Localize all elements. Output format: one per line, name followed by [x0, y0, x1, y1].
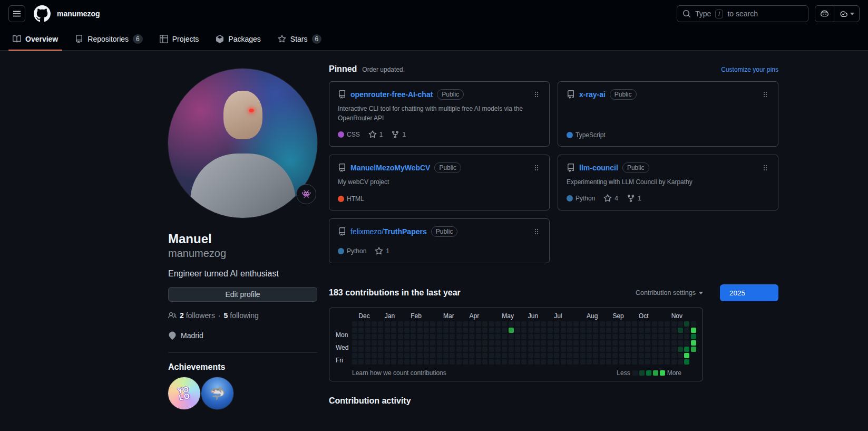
contribution-cell[interactable] — [378, 359, 383, 365]
contribution-cell[interactable] — [587, 340, 592, 346]
contribution-cell[interactable] — [417, 353, 423, 358]
contribution-cell[interactable] — [352, 340, 357, 346]
contribution-cell[interactable] — [600, 321, 605, 327]
contribution-cell[interactable] — [424, 347, 429, 352]
contribution-cell[interactable] — [391, 359, 396, 365]
contribution-cell[interactable] — [691, 347, 696, 352]
contribution-cell[interactable] — [606, 321, 611, 327]
contribution-cell[interactable] — [626, 328, 631, 333]
contribution-cell[interactable] — [495, 347, 501, 352]
contribution-cell[interactable] — [456, 334, 462, 339]
contribution-cell[interactable] — [352, 321, 357, 327]
contribution-cell[interactable] — [495, 353, 501, 358]
contribution-cell[interactable] — [573, 340, 579, 346]
contribution-cell[interactable] — [515, 340, 520, 346]
contribution-cell[interactable] — [482, 340, 487, 346]
search-input[interactable]: Type / to search — [677, 5, 808, 22]
contribution-cell[interactable] — [671, 328, 677, 333]
contribution-cell[interactable] — [684, 359, 689, 365]
contribution-cell[interactable] — [567, 347, 572, 352]
contribution-cell[interactable] — [502, 347, 507, 352]
contribution-cell[interactable] — [658, 334, 664, 339]
contribution-cell[interactable] — [639, 347, 644, 352]
repo-link[interactable]: llm-council — [579, 164, 618, 172]
contribution-cell[interactable] — [469, 321, 474, 327]
contribution-cell[interactable] — [502, 321, 507, 327]
contribution-cell[interactable] — [391, 321, 396, 327]
contribution-cell[interactable] — [645, 347, 650, 352]
contribution-cell[interactable] — [404, 359, 409, 365]
contribution-cell[interactable] — [658, 347, 664, 352]
contribution-cell[interactable] — [437, 340, 442, 346]
contribution-cell[interactable] — [372, 359, 377, 365]
contribution-cell[interactable] — [528, 328, 533, 333]
contribution-cell[interactable] — [684, 353, 689, 358]
contribution-cell[interactable] — [587, 321, 592, 327]
contribution-cell[interactable] — [593, 353, 598, 358]
contribution-cell[interactable] — [541, 359, 546, 365]
contribution-cell[interactable] — [450, 359, 455, 365]
avatar[interactable]: 👾 — [168, 69, 317, 218]
contribution-cell[interactable] — [548, 340, 553, 346]
contribution-cell[interactable] — [658, 328, 664, 333]
contribution-cell[interactable] — [398, 353, 403, 358]
contribution-cell[interactable] — [456, 359, 462, 365]
contribution-cell[interactable] — [411, 334, 416, 339]
contribution-cell[interactable] — [463, 359, 468, 365]
contribution-cell[interactable] — [456, 328, 462, 333]
contribution-cell[interactable] — [378, 340, 383, 346]
contribution-cell[interactable] — [554, 347, 559, 352]
contribution-cell[interactable] — [495, 334, 501, 339]
contribution-cell[interactable] — [430, 321, 435, 327]
contribution-cell[interactable] — [619, 347, 625, 352]
hamburger-menu-button[interactable] — [8, 5, 25, 22]
contribution-cell[interactable] — [372, 334, 377, 339]
contribution-cell[interactable] — [463, 347, 468, 352]
contribution-cell[interactable] — [372, 353, 377, 358]
contribution-cell[interactable] — [424, 359, 429, 365]
tab-packages[interactable]: Packages — [211, 27, 265, 50]
contribution-cell[interactable] — [632, 359, 637, 365]
contribution-cell[interactable] — [385, 353, 390, 358]
contribution-cell[interactable] — [665, 359, 670, 365]
contribution-cell[interactable] — [417, 328, 423, 333]
tab-overview[interactable]: Overview — [8, 27, 62, 50]
contribution-cell[interactable] — [534, 328, 540, 333]
drag-grabber-icon[interactable] — [532, 164, 541, 172]
contribution-cell[interactable] — [534, 321, 540, 327]
contribution-cell[interactable] — [352, 334, 357, 339]
contribution-cell[interactable] — [612, 340, 618, 346]
contribution-cell[interactable] — [658, 359, 664, 365]
contribution-cell[interactable] — [443, 340, 448, 346]
contribution-cell[interactable] — [476, 334, 481, 339]
contribution-cell[interactable] — [385, 321, 390, 327]
contribution-cell[interactable] — [606, 328, 611, 333]
contribution-cell[interactable] — [509, 353, 514, 358]
contribution-cell[interactable] — [469, 340, 474, 346]
contribution-cell[interactable] — [612, 359, 618, 365]
contribution-cell[interactable] — [534, 359, 540, 365]
contribution-cell[interactable] — [385, 359, 390, 365]
contribution-cell[interactable] — [619, 353, 625, 358]
contribution-cell[interactable] — [612, 328, 618, 333]
contribution-cell[interactable] — [684, 334, 689, 339]
contribution-cell[interactable] — [665, 347, 670, 352]
contribution-cell[interactable] — [678, 359, 683, 365]
contribution-cell[interactable] — [398, 340, 403, 346]
contribution-cell[interactable] — [463, 353, 468, 358]
contribution-cell[interactable] — [391, 328, 396, 333]
contribution-cell[interactable] — [365, 340, 370, 346]
contribution-cell[interactable] — [534, 347, 540, 352]
copilot-menu-button[interactable] — [834, 6, 859, 22]
contribution-cell[interactable] — [684, 328, 689, 333]
contribution-cell[interactable] — [515, 347, 520, 352]
contribution-cell[interactable] — [528, 334, 533, 339]
contribution-cell[interactable] — [391, 347, 396, 352]
contribution-cell[interactable] — [573, 328, 579, 333]
contribution-cell[interactable] — [489, 347, 494, 352]
contribution-cell[interactable] — [671, 340, 677, 346]
contribution-cell[interactable] — [515, 334, 520, 339]
drag-grabber-icon[interactable] — [532, 227, 541, 236]
contribution-cell[interactable] — [587, 353, 592, 358]
contribution-cell[interactable] — [652, 321, 657, 327]
